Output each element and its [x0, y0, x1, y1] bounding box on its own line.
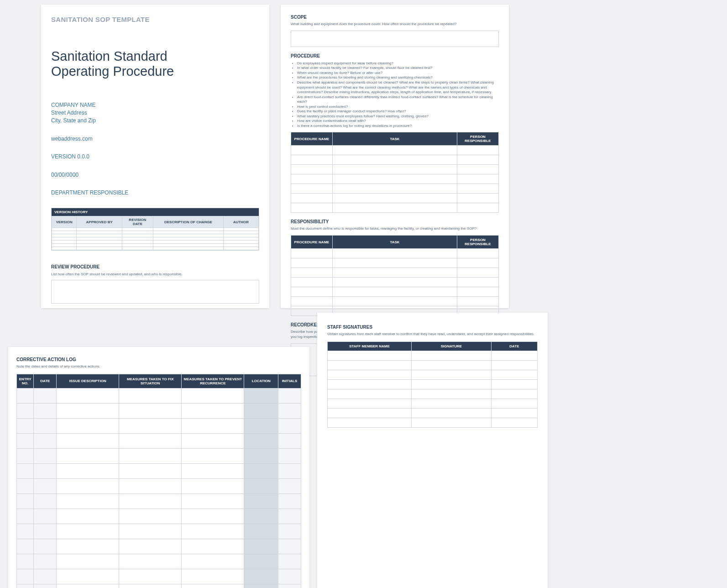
col-prevent-measures: MEASURES TAKEN TO PREVENT RECURRENCE [182, 374, 244, 388]
table-row[interactable] [52, 234, 259, 237]
table-row[interactable] [17, 388, 301, 403]
table-row[interactable] [328, 379, 538, 389]
signatures-table: STAFF MEMBER NAME SIGNATURE DATE [327, 341, 538, 428]
title-line-2: Operating Procedure [51, 64, 174, 79]
corrective-action-table: ENTRY NO. DATE ISSUE DESCRIPTION MEASURE… [16, 374, 301, 588]
list-item: Do employees inspect equipment for wear … [297, 61, 499, 66]
review-procedure-input[interactable] [51, 280, 259, 304]
col-task: TASK [333, 132, 457, 146]
table-row[interactable] [17, 463, 301, 478]
table-row[interactable] [328, 360, 538, 370]
table-row[interactable] [291, 174, 499, 184]
template-label: SANITATION SOP TEMPLATE [51, 16, 259, 23]
col-initials: INITIALS [278, 374, 301, 388]
col-author: AUTHOR [223, 216, 258, 228]
col-person-responsible: PERSON RESPONSIBLE [457, 236, 499, 249]
list-item: In what order should facility be cleaned… [297, 66, 499, 71]
table-row[interactable] [291, 297, 499, 306]
list-item: How are visible contaminations dealt wit… [297, 119, 499, 124]
col-approved-by: APPROVED BY [77, 216, 122, 228]
version-history-grid: VERSION APPROVED BY REVISION DATE DESCRI… [52, 216, 259, 250]
col-fix-measures: MEASURES TAKEN TO FIX SITUATION [119, 374, 182, 388]
table-row[interactable] [328, 370, 538, 379]
table-row[interactable] [291, 268, 499, 278]
company-name: COMPANY NAME [51, 101, 259, 109]
col-person-responsible: PERSON RESPONSIBLE [457, 132, 499, 146]
street-address: Street Address [51, 109, 259, 117]
scope-heading: SCOPE [291, 15, 499, 20]
table-row[interactable] [291, 203, 499, 213]
review-procedure-heading: REVIEW PROCEDURE [51, 264, 259, 269]
document-date: 00/00/0000 [51, 171, 259, 179]
table-row[interactable] [17, 493, 301, 509]
table-row[interactable] [17, 584, 301, 588]
table-row[interactable] [328, 351, 538, 360]
procedure-heading: PROCEDURE [291, 53, 499, 58]
col-procedure-name: PROCEDURE NAME [291, 132, 333, 146]
table-row[interactable] [17, 403, 301, 418]
table-row[interactable] [52, 247, 259, 250]
document-title: Sanitation Standard Operating Procedure [51, 49, 259, 79]
table-row[interactable] [52, 231, 259, 234]
table-row[interactable] [291, 194, 499, 203]
table-row[interactable] [291, 146, 499, 155]
responsibility-table: PROCEDURE NAME TASK PERSON RESPONSIBLE [291, 235, 499, 316]
table-row[interactable] [291, 184, 499, 194]
signatures-sub: Obtain signatures from each staff member… [327, 332, 538, 337]
city-state-zip: City, State and Zip [51, 117, 259, 125]
table-row[interactable] [291, 258, 499, 268]
list-item: How is pest control conducted? [297, 105, 499, 110]
page-2-details: SCOPE What building and equipment does t… [281, 5, 509, 308]
web-address: webaddress.com [51, 135, 259, 143]
col-location: LOCATION [244, 374, 278, 388]
table-row[interactable] [17, 448, 301, 463]
table-row[interactable] [17, 569, 301, 584]
col-procedure-name: PROCEDURE NAME [291, 236, 333, 249]
table-row[interactable] [291, 287, 499, 297]
review-procedure-sub: List how often the SOP should be reviewe… [51, 272, 259, 276]
table-row[interactable] [17, 418, 301, 433]
table-row[interactable] [52, 228, 259, 231]
title-line-1: Sanitation Standard [51, 49, 167, 63]
page-1-cover: SANITATION SOP TEMPLATE Sanitation Stand… [41, 5, 269, 308]
page-3-corrective-action: CORRECTIVE ACTION LOG Note the dates and… [8, 347, 309, 588]
list-item: Does the facility or plant manager condu… [297, 109, 499, 114]
list-item: Describe what apparatus and components s… [297, 80, 499, 95]
col-version: VERSION [52, 216, 77, 228]
col-staff-name: STAFF MEMBER NAME [328, 341, 412, 351]
scope-input[interactable] [291, 31, 499, 47]
table-row[interactable] [291, 165, 499, 174]
col-signature: SIGNATURE [412, 341, 492, 351]
company-meta-block: COMPANY NAME Street Address City, State … [51, 101, 259, 197]
responsibility-heading: RESPONSIBILITY [291, 219, 499, 224]
col-entry-no: ENTRY NO. [17, 374, 34, 388]
table-row[interactable] [52, 237, 259, 241]
table-row[interactable] [328, 418, 538, 427]
procedure-bullets: Do employees inspect equipment for wear … [297, 61, 499, 129]
table-row[interactable] [17, 554, 301, 569]
col-date: DATE [34, 374, 57, 388]
table-row[interactable] [17, 539, 301, 554]
table-row[interactable] [291, 155, 499, 165]
table-row[interactable] [17, 478, 301, 493]
corrective-action-heading: CORRECTIVE ACTION LOG [16, 357, 301, 362]
table-row[interactable] [291, 249, 499, 258]
table-row[interactable] [17, 433, 301, 448]
version-history-header: VERSION HISTORY [52, 208, 259, 216]
list-item: Is there a corrective-actions log for no… [297, 124, 499, 129]
table-row[interactable] [328, 399, 538, 408]
table-row[interactable] [291, 278, 499, 287]
table-row[interactable] [17, 524, 301, 539]
responsibility-sub: Must the document define who is responsi… [291, 226, 499, 231]
col-issue-description: ISSUE DESCRIPTION [57, 374, 119, 388]
table-row[interactable] [328, 389, 538, 399]
table-row[interactable] [17, 509, 301, 524]
signatures-heading: STAFF SIGNATURES [327, 325, 538, 330]
col-description: DESCRIPTION OF CHANGE [153, 216, 223, 228]
col-revision-date: REVISION DATE [122, 216, 153, 228]
corrective-action-sub: Note the dates and details of any correc… [16, 364, 301, 369]
table-row[interactable] [328, 408, 538, 418]
version-number: VERSION 0.0.0 [51, 153, 259, 161]
table-row[interactable] [52, 241, 259, 244]
table-row[interactable] [52, 244, 259, 247]
